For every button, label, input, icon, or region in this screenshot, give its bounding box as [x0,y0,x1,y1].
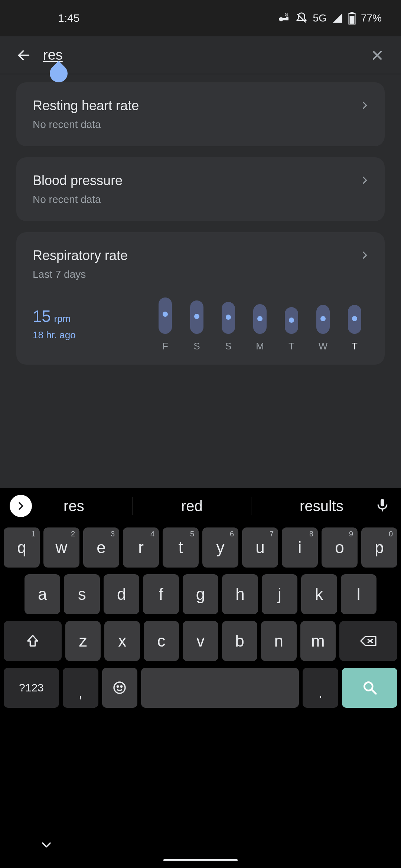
suggestion-2[interactable]: red [166,498,218,514]
respiratory-body: 15 rpm 18 hr. ago FSSMTWT [33,297,368,352]
signal-icon [332,13,343,24]
search-input[interactable] [43,47,368,63]
key-x[interactable]: x [104,621,140,661]
expand-suggestions-button[interactable] [10,495,32,517]
key-u[interactable]: 7u [242,527,278,568]
bar [316,305,330,334]
data-point-dot [163,312,168,317]
bar-label: T [352,341,358,352]
suggestion-3[interactable]: results [285,498,358,514]
bar [348,305,361,334]
key-l[interactable]: l [341,574,376,614]
key-b[interactable]: b [222,621,257,661]
respiratory-chart: FSSMTWT [155,297,368,352]
bar-label: F [162,341,168,352]
backspace-key[interactable] [339,621,397,661]
data-point-dot [289,318,294,323]
card-subtitle: Last 7 days [33,269,368,280]
key-row-1: 1q2w3e4r5t6y7u8i9o0p [4,527,397,568]
key-j[interactable]: j [262,574,297,614]
chart-bar-s: S [187,300,207,352]
search-key[interactable] [342,668,397,708]
svg-rect-2 [286,17,288,20]
keyboard: res red results 1q2w3e4r5t6y7u8i9o0p asd… [0,488,401,868]
key-row-4: ?123 , . [4,668,397,708]
key-r[interactable]: 4r [123,527,159,568]
key-k[interactable]: k [301,574,337,614]
data-point-dot [320,316,326,321]
respiratory-summary: 15 rpm 18 hr. ago [33,307,155,352]
bar-label: T [288,341,294,352]
key-n[interactable]: n [261,621,296,661]
chevron-right-icon [359,250,370,262]
key-d[interactable]: d [104,574,139,614]
key-rows: 1q2w3e4r5t6y7u8i9o0p asdfghjkl zxcvbnm ?… [0,524,401,708]
respiratory-value: 15 [33,307,51,325]
key-q[interactable]: 1q [4,527,40,568]
bar-label: S [193,341,200,352]
svg-line-19 [372,690,376,694]
data-point-dot [257,316,263,321]
search-results: Resting heart rate No recent data Blood … [0,74,401,488]
key-g[interactable]: g [183,574,218,614]
data-point-dot [194,314,199,319]
status-right: G 5G 77% [277,12,382,24]
card-blood-pressure[interactable]: Blood pressure No recent data [16,157,385,221]
key-row-2: asdfghjkl [4,574,397,614]
chart-bar-s: S [218,302,238,352]
svg-rect-11 [381,499,384,506]
card-respiratory-rate[interactable]: Respiratory rate Last 7 days 15 rpm 18 h… [16,232,385,365]
key-m[interactable]: m [300,621,336,661]
card-title: Resting heart rate [33,98,368,114]
period-key[interactable]: . [303,668,338,708]
card-resting-heart-rate[interactable]: Resting heart rate No recent data [16,82,385,146]
key-a[interactable]: a [25,574,60,614]
key-o[interactable]: 9o [322,527,358,568]
key-w[interactable]: 2w [43,527,79,568]
key-t[interactable]: 5t [163,527,199,568]
comma-key[interactable]: , [63,668,98,708]
battery-label: 77% [361,12,382,24]
search-input-wrap [43,47,368,63]
divider [133,497,133,515]
shift-key[interactable] [4,621,62,661]
bar [159,297,172,334]
key-icon: G [277,12,290,24]
svg-point-17 [121,686,122,687]
suggestion-1[interactable]: res [49,498,99,514]
chart-bar-t: T [345,305,365,352]
symbols-key[interactable]: ?123 [4,668,59,708]
svg-point-16 [117,686,118,687]
key-v[interactable]: v [183,621,218,661]
emoji-key[interactable] [102,668,138,708]
back-button[interactable] [15,46,33,64]
search-header [0,36,401,74]
svg-point-15 [114,682,125,693]
data-point-dot [226,315,231,320]
chevron-right-icon [359,175,370,187]
keyboard-collapse-icon[interactable] [40,838,53,852]
key-h[interactable]: h [222,574,258,614]
nav-home-pill[interactable] [163,859,238,861]
key-i[interactable]: 8i [282,527,318,568]
key-row-3: zxcvbnm [4,621,397,661]
suggestion-items: res red results [32,497,375,515]
key-f[interactable]: f [143,574,179,614]
svg-rect-7 [350,16,355,24]
clear-button[interactable] [368,46,386,64]
space-key[interactable] [141,668,299,708]
key-z[interactable]: z [65,621,101,661]
chart-bar-t: T [281,307,301,352]
mic-button[interactable] [375,498,391,514]
key-c[interactable]: c [144,621,179,661]
divider [251,497,251,515]
battery-icon [348,12,356,24]
key-s[interactable]: s [64,574,100,614]
key-e[interactable]: 3e [83,527,119,568]
bar-label: S [225,341,231,352]
key-y[interactable]: 6y [202,527,238,568]
respiratory-time: 18 hr. ago [33,329,155,341]
suggestion-row: res red results [0,488,401,524]
key-p[interactable]: 0p [361,527,397,568]
chart-bar-w: W [313,305,333,352]
